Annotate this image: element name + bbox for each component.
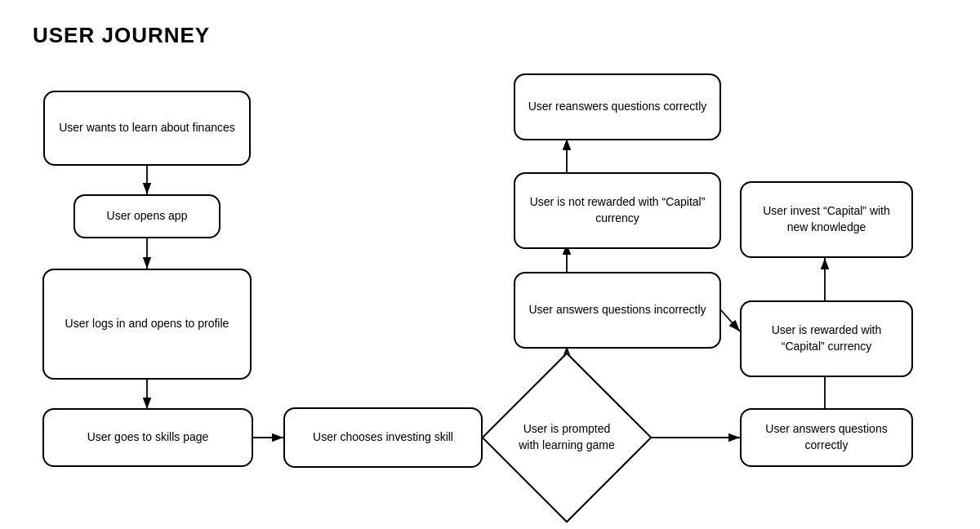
node-logs-in: User logs in and opens to profile xyxy=(42,269,252,380)
page-container: USER JOURNEY Us xyxy=(0,0,980,529)
node-invest-capital: User invest “Capital” with new knowledge xyxy=(740,181,913,258)
node-answers-correct: User answers questions correctly xyxy=(740,408,913,467)
node-skills-page: User goes to skills page xyxy=(42,408,253,467)
page-title: USER JOURNEY xyxy=(33,23,210,48)
svg-line-12 xyxy=(720,309,740,331)
node-investing-skill: User chooses investing skill xyxy=(283,407,483,468)
node-reanswers: User reanswers questions correctly xyxy=(514,73,721,140)
node-learning-game: User is prompted with learning game xyxy=(506,377,627,498)
node-opens-app: User opens app xyxy=(74,194,220,238)
diamond-label: User is prompted with learning game xyxy=(518,421,616,453)
node-learn-finances: User wants to learn about finances xyxy=(43,91,251,166)
node-answers-incorrect: User answers questions incorrectly xyxy=(514,272,721,349)
node-not-rewarded: User is not rewarded with “Capital” curr… xyxy=(514,172,721,249)
node-rewarded: User is rewarded with “Capital” currency xyxy=(740,300,913,377)
